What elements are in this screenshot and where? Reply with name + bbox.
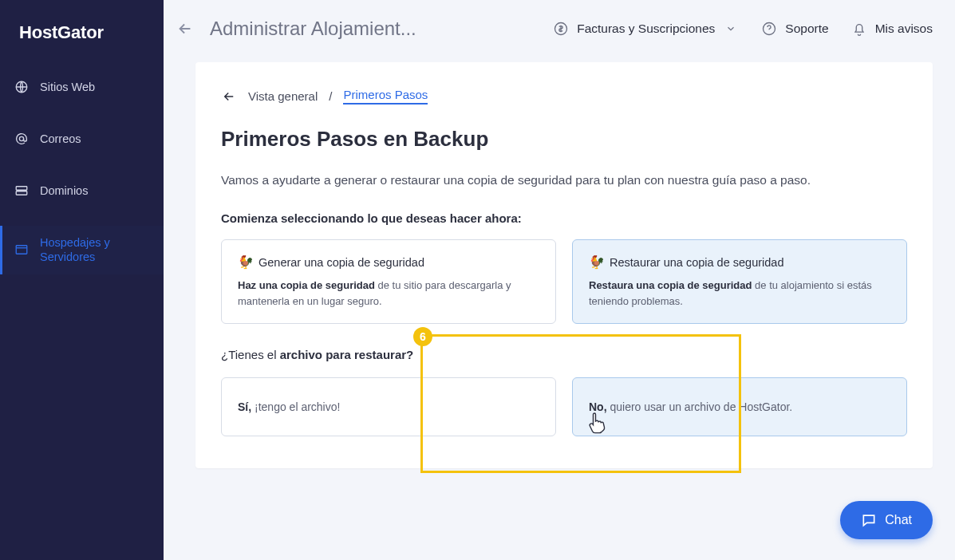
- window-icon: [14, 243, 29, 257]
- option-title: Restaurar una copia de seguridad: [610, 256, 783, 269]
- breadcrumb-current: Primeros Pasos: [343, 88, 428, 105]
- chat-button-label: Chat: [885, 513, 912, 527]
- chat-button[interactable]: Chat: [840, 501, 933, 539]
- breadcrumb-separator: /: [329, 89, 332, 103]
- page-context-title: Administrar Alojamient...: [210, 18, 416, 40]
- restore-file-question: ¿Tienes el archivo para restaurar?: [221, 348, 907, 361]
- chat-icon: [861, 512, 877, 528]
- sidebar-item-hospedajes[interactable]: Hospedajes y Servidores: [0, 226, 164, 275]
- bell-icon: [851, 21, 867, 37]
- sidebar-item-label: Sitios Web: [40, 80, 149, 95]
- sidebar-item-sitios-web[interactable]: Sitios Web: [0, 70, 164, 105]
- svg-rect-2: [16, 187, 27, 191]
- page-description: Vamos a ayudarte a generar o restaurar u…: [221, 171, 907, 189]
- server-icon: [14, 183, 29, 198]
- topbar: Administrar Alojamient... Facturas y Sus…: [164, 0, 955, 57]
- page-title: Primeros Pasos en Backup: [221, 127, 907, 152]
- globe-icon: [14, 80, 29, 94]
- answer-options: Sí, ¡tengo el archivo! No, quiero usar u…: [221, 377, 907, 436]
- option-desc: Haz una copia de seguridad de tu sitio p…: [238, 278, 539, 309]
- sidebar-item-dominios[interactable]: Dominios: [0, 174, 164, 208]
- gator-icon: 🐓: [238, 254, 254, 270]
- content-card: Vista general / Primeros Pasos Primeros …: [195, 62, 933, 468]
- answer-no-use-hostgator[interactable]: No, quiero usar un archivo de HostGator.: [572, 377, 907, 436]
- option-generate-backup[interactable]: 🐓 Generar una copia de seguridad Haz una…: [221, 239, 556, 324]
- tutorial-step-badge: 6: [413, 327, 432, 346]
- breadcrumb: Vista general / Primeros Pasos: [221, 88, 907, 105]
- sidebar-item-label: Correos: [40, 132, 149, 147]
- topbar-notices[interactable]: Mis avisos: [851, 21, 933, 37]
- chevron-down-icon: [723, 21, 739, 37]
- sidebar-item-correos[interactable]: Correos: [0, 122, 164, 156]
- topbar-billing[interactable]: Facturas y Suscripciones: [553, 21, 739, 37]
- action-options: 🐓 Generar una copia de seguridad Haz una…: [221, 239, 907, 324]
- answer-yes-have-file[interactable]: Sí, ¡tengo el archivo!: [221, 377, 556, 436]
- option-restore-backup[interactable]: 🐓 Restaurar una copia de seguridad Resta…: [572, 239, 907, 324]
- sidebar: HostGator Sitios Web Correos Dominios: [0, 0, 164, 560]
- topbar-notices-label: Mis avisos: [875, 22, 933, 36]
- gator-icon: 🐓: [589, 254, 605, 270]
- svg-rect-4: [16, 246, 27, 254]
- svg-rect-3: [16, 191, 27, 195]
- at-icon: [14, 132, 29, 146]
- topbar-support[interactable]: Soporte: [761, 21, 828, 37]
- option-title: Generar una copia de seguridad: [258, 256, 424, 269]
- topbar-billing-label: Facturas y Suscripciones: [577, 22, 715, 36]
- topbar-back-button[interactable]: [172, 15, 199, 42]
- dollar-icon: [553, 21, 569, 37]
- sidebar-item-label: Hospedajes y Servidores: [40, 235, 149, 266]
- option-desc: Restaura una copia de seguridad de tu al…: [589, 278, 890, 309]
- main: Administrar Alojamient... Facturas y Sus…: [164, 0, 955, 560]
- help-icon: [761, 21, 777, 37]
- breadcrumb-back-button[interactable]: [221, 89, 237, 105]
- sidebar-nav: Sitios Web Correos Dominios Hospedajes y…: [0, 70, 164, 292]
- sidebar-item-label: Dominios: [40, 183, 149, 199]
- topbar-support-label: Soporte: [785, 22, 828, 36]
- breadcrumb-root[interactable]: Vista general: [248, 89, 318, 103]
- section-lead: Comienza seleccionando lo que deseas hac…: [221, 211, 907, 225]
- svg-point-1: [19, 137, 23, 141]
- brand-logo: HostGator: [0, 0, 164, 70]
